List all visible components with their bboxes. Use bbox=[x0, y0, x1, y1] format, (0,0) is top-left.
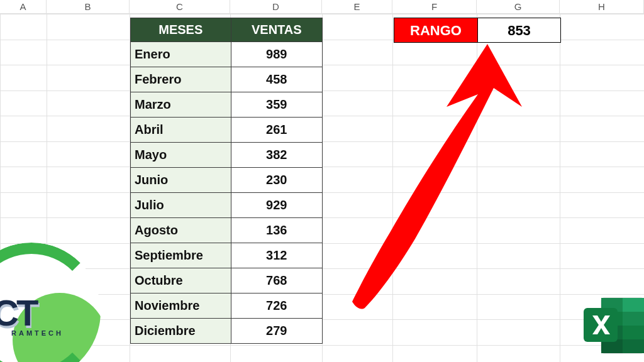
arrow-annotation bbox=[333, 38, 535, 321]
svg-rect-4 bbox=[623, 312, 644, 326]
svg-rect-8 bbox=[623, 339, 644, 353]
table-row[interactable]: Agosto136 bbox=[131, 218, 323, 243]
month-cell[interactable]: Noviembre bbox=[131, 293, 231, 319]
column-header-B[interactable]: B bbox=[47, 0, 130, 14]
header-meses[interactable]: MESES bbox=[131, 18, 231, 42]
column-header-A[interactable]: A bbox=[0, 0, 47, 14]
ct-logo-subtext: RAMTECH bbox=[11, 329, 64, 337]
month-cell[interactable]: Septiembre bbox=[131, 243, 231, 268]
value-cell[interactable]: 726 bbox=[231, 293, 322, 319]
rango-label-cell[interactable]: RANGO bbox=[394, 18, 478, 43]
table-row[interactable]: Enero989 bbox=[131, 42, 323, 67]
column-header-D[interactable]: D bbox=[230, 0, 322, 14]
column-header-H[interactable]: H bbox=[560, 0, 644, 14]
svg-rect-2 bbox=[623, 298, 644, 312]
column-header-F[interactable]: F bbox=[392, 0, 477, 14]
value-cell[interactable]: 989 bbox=[231, 42, 322, 67]
table-row[interactable]: Junio230 bbox=[131, 168, 323, 193]
column-header-C[interactable]: C bbox=[130, 0, 230, 14]
table-row[interactable]: Octubre768 bbox=[131, 268, 323, 293]
header-ventas[interactable]: VENTAS bbox=[231, 18, 322, 42]
month-cell[interactable]: Agosto bbox=[131, 218, 231, 243]
month-cell[interactable]: Marzo bbox=[131, 92, 231, 118]
ct-brand-logo: CT RAMTECH bbox=[0, 243, 101, 362]
month-cell[interactable]: Enero bbox=[131, 42, 231, 67]
column-header-row: ABCDEFGH bbox=[0, 0, 644, 14]
table-row[interactable]: Febrero458 bbox=[131, 67, 323, 92]
value-cell[interactable]: 230 bbox=[231, 168, 322, 193]
value-cell[interactable]: 768 bbox=[231, 268, 322, 293]
value-cell[interactable]: 136 bbox=[231, 218, 322, 243]
table-row[interactable]: Marzo359 bbox=[131, 92, 323, 118]
table-row[interactable]: Julio929 bbox=[131, 193, 323, 218]
column-header-G[interactable]: G bbox=[477, 0, 560, 14]
month-cell[interactable]: Octubre bbox=[131, 268, 231, 293]
value-cell[interactable]: 359 bbox=[231, 92, 322, 118]
value-cell[interactable]: 279 bbox=[231, 319, 322, 344]
month-cell[interactable]: Junio bbox=[131, 168, 231, 193]
month-cell[interactable]: Febrero bbox=[131, 67, 231, 92]
value-cell[interactable]: 929 bbox=[231, 193, 322, 218]
month-cell[interactable]: Diciembre bbox=[131, 319, 231, 344]
value-cell[interactable]: 312 bbox=[231, 243, 322, 268]
sales-table[interactable]: MESES VENTAS Enero989Febrero458Marzo359A… bbox=[130, 18, 323, 344]
table-row[interactable]: Abril261 bbox=[131, 118, 323, 143]
month-cell[interactable]: Julio bbox=[131, 193, 231, 218]
value-cell[interactable]: 382 bbox=[231, 143, 322, 168]
value-cell[interactable]: 261 bbox=[231, 118, 322, 143]
ct-logo-text: CT bbox=[0, 292, 36, 334]
month-cell[interactable]: Mayo bbox=[131, 143, 231, 168]
svg-rect-6 bbox=[623, 326, 644, 339]
column-header-E[interactable]: E bbox=[322, 0, 392, 14]
table-row[interactable]: Mayo382 bbox=[131, 143, 323, 168]
rango-value-cell[interactable]: 853 bbox=[478, 18, 561, 43]
table-row[interactable]: Diciembre279 bbox=[131, 319, 323, 344]
table-row[interactable]: Noviembre726 bbox=[131, 293, 323, 319]
value-cell[interactable]: 458 bbox=[231, 67, 322, 92]
table-row[interactable]: Septiembre312 bbox=[131, 243, 323, 268]
month-cell[interactable]: Abril bbox=[131, 118, 231, 143]
excel-icon bbox=[580, 294, 644, 357]
